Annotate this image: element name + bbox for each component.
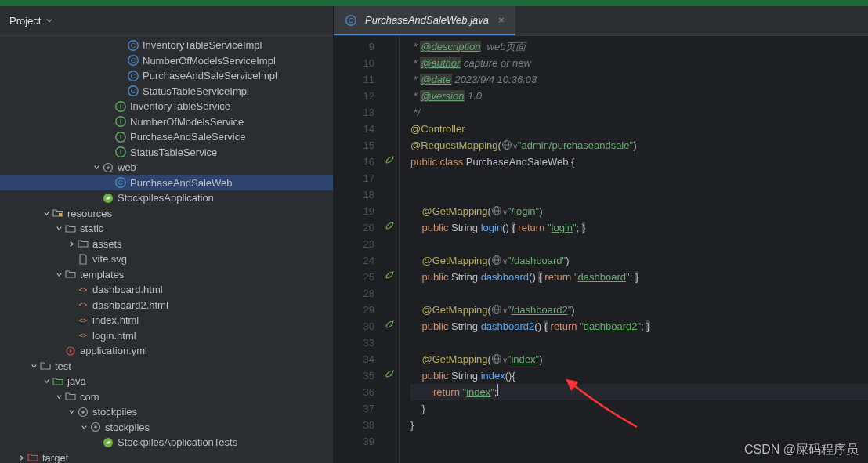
tree-item-label: resources	[67, 208, 112, 219]
code-line[interactable]: }	[410, 417, 868, 433]
code-line[interactable]: * @author capture or new	[410, 55, 868, 71]
tree-item[interactable]: java	[0, 374, 333, 389]
close-icon[interactable]: ×	[498, 14, 505, 26]
folder-test-icon	[52, 375, 64, 388]
globe-icon	[491, 353, 502, 369]
code-line[interactable]: }	[410, 400, 868, 417]
interface-i-icon: I	[114, 100, 127, 113]
tree-item[interactable]: CInventoryTableServiceImpl	[0, 38, 333, 53]
chevron-down-icon	[45, 15, 53, 27]
project-header[interactable]: Project	[0, 6, 333, 36]
expand-arrow-icon[interactable]	[53, 393, 64, 400]
tree-item[interactable]: assets	[0, 237, 333, 252]
tree-item-label: StockpilesApplication	[118, 192, 214, 204]
line-number: 28	[334, 285, 374, 302]
code-line[interactable]: public String dashboard2() { return "das…	[410, 318, 868, 335]
code-line[interactable]	[410, 236, 868, 252]
tree-item[interactable]: StockpilesApplication	[0, 190, 333, 206]
expand-arrow-icon[interactable]	[78, 424, 89, 431]
project-tree[interactable]: CInventoryTableServiceImplCNumberOfModel…	[0, 36, 333, 463]
line-number: 12	[334, 88, 374, 104]
tree-item[interactable]: test	[0, 359, 333, 374]
class-c-icon: C	[127, 39, 139, 52]
code-line[interactable]: public String login() { return "login"; …	[410, 219, 868, 236]
tree-item[interactable]: static	[0, 221, 333, 237]
code-line[interactable]	[410, 335, 868, 351]
tree-item[interactable]: <>login.html	[0, 328, 333, 344]
tree-item[interactable]: templates	[0, 267, 333, 283]
code-line[interactable]: @Controller	[410, 121, 868, 137]
svg-point-29	[81, 411, 85, 414]
tree-item[interactable]: <>dashboard2.html	[0, 298, 333, 313]
tree-item[interactable]: stockpiles	[0, 404, 333, 420]
tree-item[interactable]: CPurchaseAndSaleServiceImpl	[0, 68, 333, 84]
tree-item-label: dashboard2.html	[92, 299, 168, 311]
expand-arrow-icon[interactable]	[66, 408, 77, 415]
svg-text:C: C	[131, 42, 136, 49]
line-number: 15	[334, 137, 374, 154]
tree-item[interactable]: target	[0, 450, 333, 464]
main-area: Project CInventoryTableServiceImplCNumbe…	[0, 6, 868, 463]
tree-item[interactable]: web	[0, 160, 333, 175]
svg-text:C: C	[118, 179, 124, 186]
code-area[interactable]: * @description web页面 * @author capture o…	[400, 36, 868, 463]
tree-item-label: StatusTableServiceImpl	[143, 85, 249, 97]
tree-item[interactable]: resources	[0, 206, 333, 222]
expand-arrow-icon[interactable]	[66, 241, 77, 248]
svg-text:<>: <>	[79, 301, 88, 309]
tree-item[interactable]: StockpilesApplicationTests	[0, 435, 333, 450]
package-icon	[102, 161, 114, 174]
tree-item[interactable]: CNumberOfModelsServiceImpl	[0, 53, 333, 69]
svg-text:C: C	[131, 72, 136, 80]
tree-item[interactable]: com	[0, 389, 333, 405]
line-number: 18	[334, 186, 374, 203]
interface-i-icon: I	[114, 131, 127, 143]
line-number: 30	[334, 318, 374, 335]
tree-item[interactable]: stockpiles	[0, 420, 333, 436]
code-line[interactable]	[410, 170, 868, 186]
code-line[interactable]	[410, 285, 868, 302]
tree-item-label: java	[67, 375, 86, 387]
html-icon: <>	[77, 298, 89, 311]
line-number: 38	[334, 417, 374, 433]
expand-arrow-icon[interactable]	[53, 225, 64, 232]
code-line[interactable]	[410, 186, 868, 203]
code-editor[interactable]: 9101112131415161718192023242528293033343…	[334, 36, 868, 463]
expand-arrow-icon[interactable]	[41, 378, 52, 385]
expand-arrow-icon[interactable]	[28, 363, 39, 370]
tree-item[interactable]: IPurchaseAndSaleService	[0, 129, 333, 145]
code-line[interactable]: * @description web页面	[410, 38, 868, 55]
code-line[interactable]: @GetMapping(∨"/dashboard")	[410, 252, 868, 269]
tree-item[interactable]: <>dashboard.html	[0, 282, 333, 298]
code-line[interactable]: @RequestMapping(∨"admin/purchaseandsale"…	[410, 137, 868, 154]
code-line[interactable]: * @version 1.0	[410, 88, 868, 104]
expand-arrow-icon[interactable]	[53, 271, 64, 278]
tree-item[interactable]: CPurchaseAndSaleWeb	[0, 175, 333, 191]
tree-item[interactable]: CStatusTableServiceImpl	[0, 84, 333, 99]
tree-item[interactable]: INumberOfModelsService	[0, 114, 333, 130]
code-line[interactable]: * @date 2023/9/4 10:36:03	[410, 71, 868, 88]
tree-item[interactable]: <>index.html	[0, 313, 333, 328]
tree-item[interactable]: IInventoryTableService	[0, 99, 333, 114]
folder-ex-icon	[27, 451, 39, 463]
code-line[interactable]: @GetMapping(∨"/login")	[410, 203, 868, 219]
tree-item[interactable]: vite.svg	[0, 251, 333, 267]
expand-arrow-icon[interactable]	[41, 210, 52, 217]
code-line[interactable]: public class PurchaseAndSaleWeb {	[410, 154, 868, 170]
code-line[interactable]: public String index(){	[410, 367, 868, 384]
code-line[interactable]: @GetMapping(∨"/dashboard2")	[410, 302, 868, 318]
code-line[interactable]: public String dashboard() { return "dash…	[410, 269, 868, 285]
tab-purchaseandsaleweb[interactable]: C PurchaseAndSaleWeb.java ×	[334, 6, 515, 35]
tree-item-label: com	[80, 391, 99, 403]
svg-text:<>: <>	[79, 286, 88, 294]
tree-item[interactable]: IStatusTableService	[0, 145, 333, 161]
code-line[interactable]: */	[410, 104, 868, 121]
code-line[interactable]: @GetMapping(∨"index")	[410, 351, 868, 367]
tree-item[interactable]: application.yml	[0, 343, 333, 359]
svg-text:C: C	[131, 56, 136, 64]
tree-item-label: PurchaseAndSaleServiceImpl	[143, 70, 277, 81]
code-line[interactable]: return "index";	[410, 384, 868, 400]
expand-arrow-icon[interactable]	[91, 164, 102, 171]
expand-arrow-icon[interactable]	[16, 454, 27, 461]
svg-point-27	[70, 349, 72, 352]
